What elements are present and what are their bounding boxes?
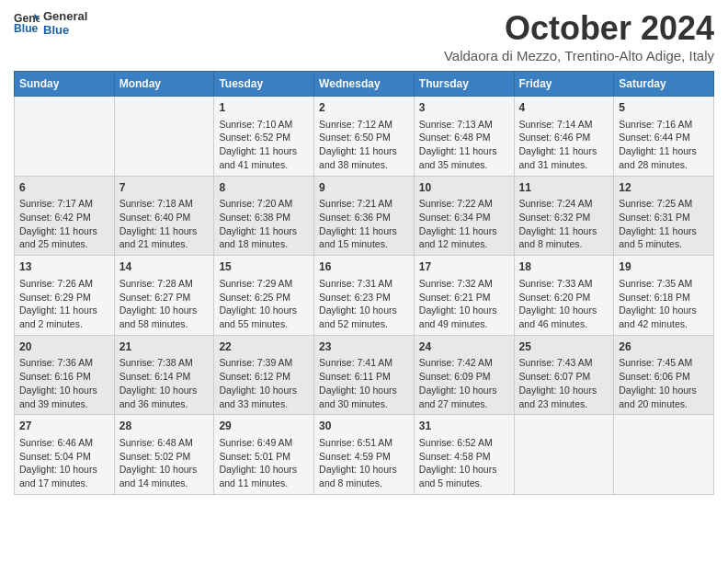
day-info-line: Sunrise: 6:49 AM: [219, 436, 309, 450]
day-info-line: Sunrise: 7:39 AM: [219, 356, 309, 370]
day-number: 17: [419, 259, 509, 275]
day-number: 8: [219, 180, 309, 196]
day-number: 26: [619, 339, 709, 355]
day-header-friday: Friday: [514, 72, 614, 97]
day-info-line: Sunrise: 7:32 AM: [419, 277, 509, 291]
calendar-header-row: SundayMondayTuesdayWednesdayThursdayFrid…: [15, 72, 714, 97]
day-number: 31: [419, 419, 509, 434]
month-title: October 2024: [444, 9, 714, 48]
day-header-wednesday: Wednesday: [314, 72, 415, 97]
day-info-line: Sunset: 6:48 PM: [419, 131, 509, 144]
calendar-cell: 9Sunrise: 7:21 AMSunset: 6:36 PMDaylight…: [314, 176, 415, 256]
day-number: 27: [19, 419, 109, 434]
day-info-line: Sunset: 6:07 PM: [519, 370, 609, 384]
day-number: 29: [219, 419, 309, 434]
day-number: 16: [319, 259, 409, 275]
day-info-line: Sunset: 6:20 PM: [519, 291, 609, 304]
day-header-monday: Monday: [114, 72, 214, 97]
day-number: 11: [519, 180, 609, 196]
day-info-line: Daylight: 11 hours and 5 minutes.: [619, 224, 709, 251]
day-info-line: Sunset: 6:14 PM: [119, 370, 210, 384]
day-info-line: Sunrise: 7:10 AM: [219, 118, 309, 132]
day-info-line: Sunset: 6:46 PM: [519, 131, 609, 144]
day-info-line: Sunrise: 7:42 AM: [419, 356, 509, 370]
location-subtitle: Valdaora di Mezzo, Trentino-Alto Adige, …: [444, 48, 714, 63]
calendar-body: 1Sunrise: 7:10 AMSunset: 6:52 PMDaylight…: [15, 97, 714, 495]
calendar-cell: [114, 97, 214, 177]
day-number: 4: [519, 100, 609, 116]
calendar-cell: 1Sunrise: 7:10 AMSunset: 6:52 PMDaylight…: [214, 97, 314, 177]
calendar-week-row: 27Sunrise: 6:46 AMSunset: 5:04 PMDayligh…: [15, 415, 714, 495]
day-info-line: Daylight: 10 hours and 55 minutes.: [219, 304, 309, 330]
day-info-line: Sunset: 6:36 PM: [319, 211, 409, 224]
day-info-line: Sunrise: 6:51 AM: [319, 436, 409, 450]
calendar-cell: 17Sunrise: 7:32 AMSunset: 6:21 PMDayligh…: [414, 256, 514, 336]
day-info-line: Daylight: 11 hours and 28 minutes.: [619, 144, 709, 171]
day-info-line: Daylight: 10 hours and 49 minutes.: [419, 304, 509, 330]
day-number: 22: [219, 339, 309, 355]
calendar-cell: 26Sunrise: 7:45 AMSunset: 6:06 PMDayligh…: [614, 335, 714, 415]
calendar-cell: 20Sunrise: 7:36 AMSunset: 6:16 PMDayligh…: [15, 335, 115, 415]
calendar-cell: 5Sunrise: 7:16 AMSunset: 6:44 PMDaylight…: [614, 97, 714, 177]
day-header-sunday: Sunday: [15, 72, 115, 97]
day-info-line: Sunset: 6:40 PM: [119, 211, 210, 224]
day-info-line: Daylight: 11 hours and 2 minutes.: [19, 304, 109, 330]
calendar-cell: 7Sunrise: 7:18 AMSunset: 6:40 PMDaylight…: [114, 176, 214, 256]
day-info-line: Daylight: 11 hours and 35 minutes.: [419, 144, 509, 171]
day-info-line: Sunset: 6:50 PM: [319, 131, 409, 144]
day-info-line: Sunset: 6:25 PM: [219, 291, 309, 304]
calendar-cell: 15Sunrise: 7:29 AMSunset: 6:25 PMDayligh…: [214, 256, 314, 336]
day-info-line: Sunset: 6:21 PM: [419, 291, 509, 304]
day-info-line: Daylight: 11 hours and 15 minutes.: [319, 224, 409, 251]
calendar-cell: 29Sunrise: 6:49 AMSunset: 5:01 PMDayligh…: [214, 415, 314, 495]
day-info-line: Sunrise: 7:36 AM: [19, 356, 109, 370]
day-info-line: Daylight: 10 hours and 14 minutes.: [119, 463, 210, 489]
day-info-line: Daylight: 11 hours and 18 minutes.: [219, 224, 309, 251]
day-number: 7: [119, 180, 210, 196]
day-number: 24: [419, 339, 509, 355]
day-info-line: Sunset: 6:42 PM: [19, 211, 109, 224]
day-info-line: Sunset: 6:34 PM: [419, 211, 509, 224]
day-number: 10: [419, 180, 509, 196]
day-info-line: Daylight: 10 hours and 20 minutes.: [619, 384, 709, 410]
day-number: 21: [119, 339, 210, 355]
calendar-cell: 18Sunrise: 7:33 AMSunset: 6:20 PMDayligh…: [514, 256, 614, 336]
day-info-line: Daylight: 10 hours and 8 minutes.: [319, 463, 409, 489]
day-number: 20: [19, 339, 109, 355]
day-number: 3: [419, 100, 509, 116]
day-info-line: Sunset: 6:38 PM: [219, 211, 309, 224]
day-info-line: Daylight: 10 hours and 36 minutes.: [119, 384, 210, 410]
calendar-cell: 24Sunrise: 7:42 AMSunset: 6:09 PMDayligh…: [414, 335, 514, 415]
logo: General Blue General Blue: [14, 9, 87, 37]
day-info-line: Daylight: 10 hours and 58 minutes.: [119, 304, 210, 330]
day-number: 19: [619, 259, 709, 275]
day-header-saturday: Saturday: [614, 72, 714, 97]
day-info-line: Daylight: 11 hours and 38 minutes.: [319, 144, 409, 171]
calendar-table: SundayMondayTuesdayWednesdayThursdayFrid…: [14, 71, 714, 495]
calendar-cell: 19Sunrise: 7:35 AMSunset: 6:18 PMDayligh…: [614, 256, 714, 336]
calendar-week-row: 6Sunrise: 7:17 AMSunset: 6:42 PMDaylight…: [15, 176, 714, 256]
page-header: General Blue General Blue October 2024 V…: [14, 9, 714, 63]
calendar-cell: 3Sunrise: 7:13 AMSunset: 6:48 PMDaylight…: [414, 97, 514, 177]
day-info-line: Sunset: 4:58 PM: [419, 450, 509, 464]
day-info-line: Sunrise: 7:28 AM: [119, 277, 210, 291]
day-info-line: Daylight: 10 hours and 27 minutes.: [419, 384, 509, 410]
calendar-week-row: 20Sunrise: 7:36 AMSunset: 6:16 PMDayligh…: [15, 335, 714, 415]
day-info-line: Sunrise: 7:17 AM: [19, 197, 109, 211]
day-info-line: Daylight: 11 hours and 21 minutes.: [119, 224, 210, 251]
calendar-cell: [15, 97, 115, 177]
day-info-line: Sunrise: 7:24 AM: [519, 197, 609, 211]
day-number: 15: [219, 259, 309, 275]
day-info-line: Sunrise: 6:48 AM: [119, 436, 210, 450]
calendar-cell: 13Sunrise: 7:26 AMSunset: 6:29 PMDayligh…: [15, 256, 115, 336]
day-info-line: Daylight: 11 hours and 8 minutes.: [519, 224, 609, 251]
day-number: 23: [319, 339, 409, 355]
day-info-line: Sunset: 6:09 PM: [419, 370, 509, 384]
day-header-thursday: Thursday: [414, 72, 514, 97]
day-info-line: Sunset: 6:27 PM: [119, 291, 210, 304]
day-info-line: Sunset: 6:06 PM: [619, 370, 709, 384]
day-header-tuesday: Tuesday: [214, 72, 314, 97]
calendar-cell: 28Sunrise: 6:48 AMSunset: 5:02 PMDayligh…: [114, 415, 214, 495]
day-info-line: Sunrise: 7:22 AM: [419, 197, 509, 211]
day-number: 9: [319, 180, 409, 196]
